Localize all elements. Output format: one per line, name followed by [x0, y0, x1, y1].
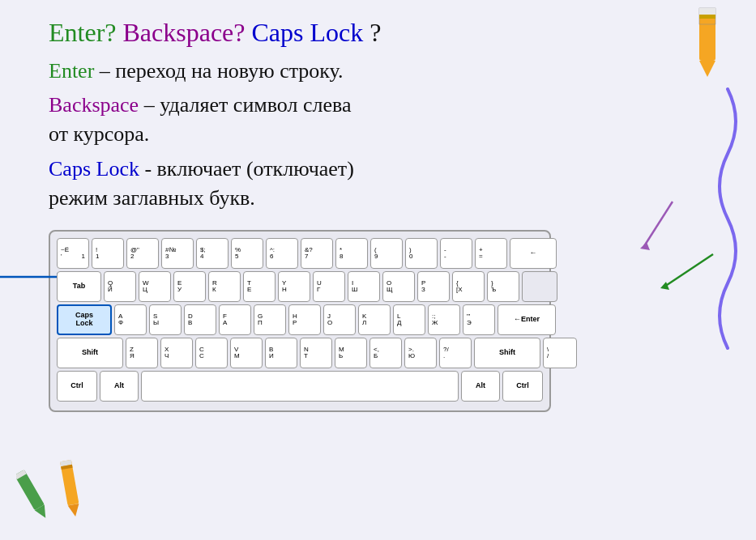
- key-h[interactable]: HР: [288, 304, 321, 335]
- key-minus[interactable]: --: [440, 238, 472, 269]
- crayon-top-right: [683, 0, 732, 84]
- key-quote[interactable]: "'Э: [463, 304, 495, 335]
- key-p[interactable]: PЗ: [417, 271, 450, 302]
- key-6[interactable]: ^:6: [266, 238, 298, 269]
- key-4[interactable]: $;4: [196, 238, 229, 269]
- key-alt-right[interactable]: Alt: [461, 371, 500, 402]
- key-a[interactable]: AФ: [114, 304, 147, 335]
- key-l[interactable]: LД: [393, 304, 425, 335]
- capslock-line: Caps Lock - включает (отключает) режим з…: [49, 155, 656, 214]
- enter-title: Enter?: [49, 18, 117, 47]
- main-content: Enter? Backspace? Caps Lock ? Enter – пе…: [49, 16, 656, 412]
- key-row2-right: [522, 271, 557, 302]
- squiggle-right: [707, 81, 748, 368]
- key-x[interactable]: XЧ: [160, 338, 193, 368]
- key-v[interactable]: VМ: [230, 338, 263, 368]
- svg-marker-2: [699, 61, 715, 77]
- key-9[interactable]: (9: [370, 238, 403, 269]
- crayon-bottom-left: [16, 456, 113, 524]
- key-semicolon[interactable]: :;Ж: [428, 304, 460, 335]
- key-row-4: Shift ZЯ XЧ CС VМ BИ NТ MЬ <,Б >.Ю ?/. S…: [57, 338, 543, 368]
- svg-rect-4: [699, 15, 715, 19]
- capslock-title: Caps Lock: [252, 18, 364, 47]
- svg-rect-3: [699, 8, 715, 15]
- key-1[interactable]: !1: [92, 238, 124, 269]
- key-lbracket[interactable]: {[Х: [452, 271, 485, 302]
- key-ctrl-left[interactable]: Ctrl: [57, 371, 97, 402]
- key-w[interactable]: WЦ: [139, 271, 171, 302]
- key-backtick[interactable]: ~Ё'1: [57, 238, 89, 269]
- key-ctrl-right[interactable]: Ctrl: [502, 371, 543, 402]
- blue-arrow: [0, 272, 61, 282]
- key-g[interactable]: GП: [254, 304, 286, 335]
- key-5[interactable]: %5: [231, 238, 263, 269]
- question-mark: ?: [369, 18, 381, 47]
- key-slash[interactable]: ?/.: [439, 338, 472, 368]
- key-capslock[interactable]: CapsLock: [57, 304, 112, 335]
- key-backspace[interactable]: ←: [510, 238, 557, 269]
- key-3[interactable]: #№3: [161, 238, 194, 269]
- svg-marker-9: [68, 504, 81, 517]
- key-z[interactable]: ZЯ: [126, 338, 158, 368]
- svg-line-14: [644, 202, 673, 246]
- key-rbracket[interactable]: }Ъ: [487, 271, 519, 302]
- backspace-line: Backspace – удаляет символ слева от курс…: [49, 91, 656, 150]
- key-f[interactable]: FА: [219, 304, 251, 335]
- key-k[interactable]: KЛ: [358, 304, 391, 335]
- key-n[interactable]: NТ: [300, 338, 332, 368]
- key-space[interactable]: [141, 371, 459, 402]
- key-shift-right[interactable]: Shift: [474, 338, 540, 368]
- key-comma[interactable]: <,Б: [369, 338, 402, 368]
- key-2[interactable]: @"2: [126, 238, 159, 269]
- key-q[interactable]: QЙ: [104, 271, 136, 302]
- enter-key-label: Enter: [49, 59, 94, 83]
- key-c[interactable]: CС: [195, 338, 228, 368]
- title-line: Enter? Backspace? Caps Lock ?: [49, 16, 656, 50]
- key-tab[interactable]: Tab: [57, 271, 101, 302]
- key-equals[interactable]: +=: [475, 238, 507, 269]
- key-row-1: ~Ё'1 !1 @"2 #№3 $;4 %5 ^:6 &?7 *8 (9 )0 …: [57, 238, 543, 269]
- key-period[interactable]: >.Ю: [404, 338, 437, 368]
- enter-line: Enter – переход на новую строку.: [49, 57, 656, 86]
- key-8[interactable]: *8: [335, 238, 368, 269]
- key-s[interactable]: SЫ: [149, 304, 182, 335]
- key-row-2: Tab QЙ WЦ EУ RК TЕ YН UГ IШ OЩ PЗ {[Х }Ъ: [57, 271, 543, 302]
- svg-line-16: [664, 254, 713, 287]
- key-m[interactable]: MЬ: [335, 338, 367, 368]
- key-alt-left[interactable]: Alt: [100, 371, 139, 402]
- key-i[interactable]: IШ: [348, 271, 380, 302]
- key-d[interactable]: DВ: [184, 304, 216, 335]
- backspace-key-label: Backspace: [49, 93, 139, 117]
- key-e[interactable]: EУ: [173, 271, 206, 302]
- key-row-3: CapsLock AФ SЫ DВ FА GП HР JО KЛ LД :;Ж …: [57, 304, 543, 335]
- key-y[interactable]: YН: [278, 271, 310, 302]
- key-t[interactable]: TЕ: [243, 271, 275, 302]
- key-j[interactable]: JО: [323, 304, 356, 335]
- key-7[interactable]: &?7: [301, 238, 333, 269]
- key-row-5: Ctrl Alt Alt Ctrl: [57, 371, 543, 402]
- green-arrow: [648, 246, 721, 295]
- key-enter[interactable]: ←Enter: [498, 304, 556, 335]
- svg-marker-17: [660, 282, 669, 290]
- key-backslash[interactable]: \/: [543, 338, 577, 368]
- key-shift-left[interactable]: Shift: [57, 338, 123, 368]
- key-u[interactable]: UГ: [313, 271, 345, 302]
- backspace-title: Backspace?: [123, 18, 246, 47]
- key-0[interactable]: )0: [405, 238, 438, 269]
- keyboard-container: ~Ё'1 !1 @"2 #№3 $;4 %5 ^:6 &?7 *8 (9 )0 …: [49, 230, 656, 412]
- key-r[interactable]: RК: [208, 271, 241, 302]
- capslock-key-label: Caps Lock: [49, 157, 139, 181]
- key-b[interactable]: BИ: [265, 338, 297, 368]
- key-o[interactable]: OЩ: [382, 271, 415, 302]
- keyboard: ~Ё'1 !1 @"2 #№3 $;4 %5 ^:6 &?7 *8 (9 )0 …: [49, 230, 551, 412]
